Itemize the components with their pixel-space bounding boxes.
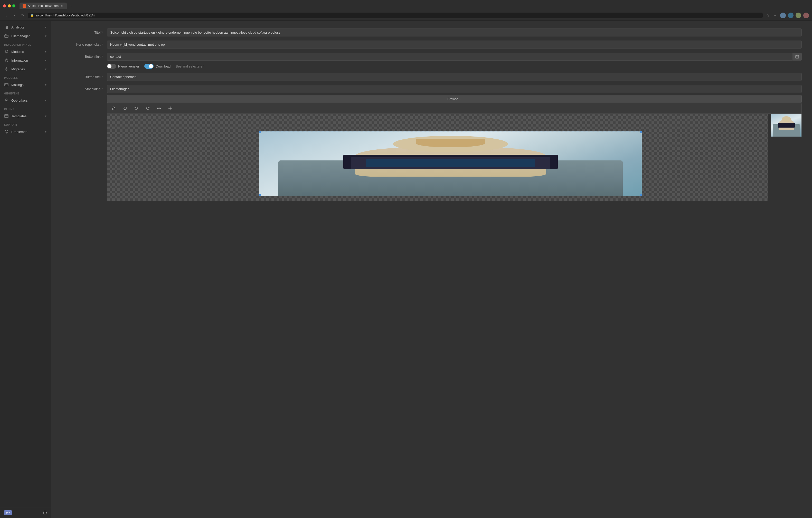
button-link-row: Button link *	[62, 53, 802, 69]
sidebar-item-gebruikers[interactable]: Gebruikers ▼	[0, 96, 51, 105]
sidebar-item-migraties-label: Migraties	[11, 67, 42, 71]
sidebar-item-analytics-label: Analytics	[11, 25, 42, 29]
modules-icon	[4, 49, 9, 54]
analytics-icon	[4, 25, 9, 30]
flip-tool-button[interactable]	[155, 105, 163, 112]
download-toggle-knob	[149, 64, 153, 68]
migraties-chevron-icon: ▼	[45, 68, 47, 70]
button-titel-input[interactable]	[107, 73, 802, 81]
button-link-input[interactable]	[107, 53, 793, 61]
titel-input[interactable]	[107, 29, 802, 36]
tab-close-button[interactable]: ×	[60, 4, 64, 8]
user-avatar-3[interactable]	[795, 12, 801, 18]
back-button[interactable]: ‹	[3, 12, 9, 19]
download-toggle[interactable]	[144, 64, 153, 69]
svg-point-5	[6, 60, 7, 61]
afbeelding-row: Afbeelding * Browse...	[62, 85, 802, 201]
minimize-window-button[interactable]	[8, 4, 11, 7]
afbeelding-input[interactable]	[107, 85, 802, 93]
button-link-calendar-icon[interactable]	[793, 53, 802, 61]
tab-favicon	[23, 4, 26, 8]
nieuw-venster-toggle-group: Nieuw venster	[107, 64, 139, 69]
rotate-right-tool-button[interactable]	[144, 105, 151, 112]
titel-label: Titel *	[62, 29, 103, 34]
korte-regel-input[interactable]	[107, 40, 802, 49]
sidebar-item-mailings[interactable]: Mailings ▼	[0, 80, 51, 89]
svg-point-6	[6, 68, 7, 70]
reload-button[interactable]: ↻	[20, 12, 26, 19]
titel-row: Titel *	[62, 29, 802, 36]
refresh-tool-button[interactable]	[121, 105, 129, 112]
section-gegevens: GEGEVENS	[0, 89, 51, 96]
nieuw-venster-toggle[interactable]	[107, 64, 116, 69]
edit-button[interactable]: ✏	[773, 12, 778, 18]
resize-tool-button[interactable]	[167, 105, 174, 112]
url-bar[interactable]: 🔒 sofco.nl/new/nl/cms/blocks/edit-block/…	[28, 12, 763, 18]
address-bar: ‹ › ↻ 🔒 sofco.nl/new/nl/cms/blocks/edit-…	[0, 11, 812, 21]
app-body: Analytics ▼ Filemanager ▼ DEVELOPER PANE…	[0, 21, 812, 518]
browse-button[interactable]: Browse...	[107, 95, 802, 103]
sidebar-item-analytics[interactable]: Analytics ▼	[0, 23, 51, 32]
section-client: CLIENT	[0, 105, 51, 112]
information-chevron-icon: ▼	[45, 59, 47, 62]
user-avatar-4[interactable]	[803, 12, 809, 18]
user-avatar-2[interactable]	[788, 12, 793, 18]
active-tab[interactable]: Sofco - Blok bewerken ×	[20, 3, 67, 9]
svg-point-19	[114, 109, 114, 110]
sidebar-item-templates-label: Templates	[11, 114, 42, 118]
sidebar-item-templates[interactable]: Templates ▼	[0, 112, 51, 120]
problemen-icon: ?	[4, 129, 9, 134]
thumbnail-preview	[771, 114, 802, 137]
browser-actions: ☆ ✏	[765, 12, 809, 18]
svg-rect-14	[795, 56, 799, 58]
problemen-chevron-icon: ▼	[45, 130, 47, 133]
korte-regel-label: Korte regel tekst *	[62, 40, 103, 47]
sidebar-item-filemanager-label: Filemanager	[11, 34, 42, 38]
new-tab-button[interactable]: +	[68, 3, 74, 9]
user-avatar-1[interactable]	[780, 12, 786, 18]
information-icon	[4, 58, 9, 63]
svg-rect-0	[5, 27, 5, 29]
image-main-canvas[interactable]	[107, 114, 768, 201]
button-link-label: Button link *	[62, 53, 103, 59]
forward-button[interactable]: ›	[11, 12, 18, 19]
tab-bar: Sofco - Blok bewerken × +	[18, 3, 809, 9]
nieuw-venster-toggle-knob	[107, 64, 112, 68]
sidebar-item-filemanager[interactable]: Filemanager ▼	[0, 32, 51, 40]
sidebar-item-problemen[interactable]: ? Problemen ▼	[0, 127, 51, 136]
title-bar: Sofco - Blok bewerken × +	[0, 0, 812, 11]
svg-point-8	[6, 99, 7, 100]
svg-text:?: ?	[6, 130, 7, 133]
migraties-icon	[4, 67, 9, 71]
sidebar-item-modules-label: Modules	[11, 50, 42, 54]
power-button[interactable]: ⏻	[43, 510, 47, 515]
image-thumbnail	[771, 114, 802, 201]
lock-icon: 🔒	[30, 14, 34, 17]
maximize-window-button[interactable]	[12, 4, 16, 7]
rotate-left-tool-button[interactable]	[133, 105, 140, 112]
sidebar-item-information-label: Information	[11, 59, 42, 62]
button-titel-label: Button titel *	[62, 73, 103, 79]
bestand-selecteren-button[interactable]: Bestand selecteren	[176, 64, 204, 68]
browser-chrome: Sofco - Blok bewerken × + ‹ › ↻ 🔒 sofco.…	[0, 0, 812, 21]
image-toolbar	[107, 103, 802, 114]
traffic-lights	[3, 4, 16, 7]
svg-rect-2	[7, 26, 8, 29]
bookmark-button[interactable]: ☆	[765, 12, 771, 18]
sidebar-item-modules[interactable]: Modules ▼	[0, 47, 51, 56]
analytics-chevron-icon: ▼	[45, 26, 47, 29]
templates-icon	[4, 114, 9, 118]
sidebar-item-problemen-label: Problemen	[11, 130, 42, 134]
lock-tool-button[interactable]	[110, 105, 117, 112]
nieuw-venster-label: Nieuw venster	[118, 64, 139, 68]
mailings-icon	[4, 82, 9, 87]
svg-rect-9	[5, 115, 8, 118]
sidebar-item-migraties[interactable]: Migraties ▼	[0, 65, 51, 73]
url-text: sofco.nl/new/nl/cms/blocks/edit-block/12…	[35, 13, 95, 17]
afbeelding-label: Afbeelding *	[62, 85, 103, 91]
close-window-button[interactable]	[3, 4, 6, 7]
gebruikers-chevron-icon: ▼	[45, 99, 47, 102]
main-content: Titel * Korte regel tekst * Button link …	[51, 21, 812, 518]
sidebar-item-information[interactable]: Information ▼	[0, 56, 51, 65]
sidebar-item-gebruikers-label: Gebruikers	[11, 98, 42, 102]
